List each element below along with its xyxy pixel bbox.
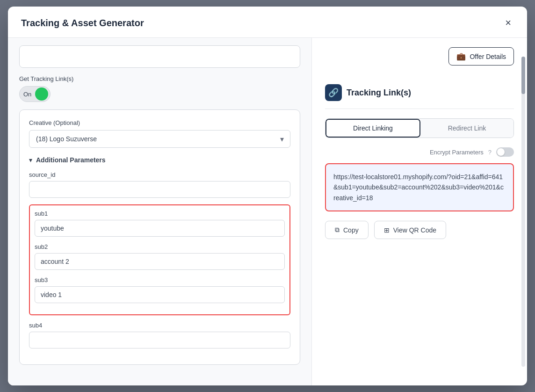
- additional-params-header[interactable]: ▾ Additional Parameters: [29, 156, 290, 164]
- tracking-link-section: Get Tracking Link(s) On: [19, 75, 300, 102]
- source-id-input[interactable]: [29, 181, 290, 198]
- tracking-links-title: Tracking Link(s): [347, 88, 411, 98]
- toggle-on-text: On: [22, 90, 33, 99]
- modal-title: Tracking & Asset Generator: [21, 18, 144, 29]
- sub4-input[interactable]: [29, 332, 290, 348]
- link-icon: 🔗: [325, 84, 342, 101]
- direct-linking-label: Direct Linking: [353, 124, 393, 132]
- offer-details-label: Offer Details: [470, 53, 506, 60]
- left-panel: Get Tracking Link(s) On Creative (Option…: [8, 38, 312, 385]
- param-sub4: sub4: [29, 322, 290, 348]
- toggle-row: On: [19, 86, 300, 102]
- modal-overlay: Tracking & Asset Generator × Get Trackin…: [0, 0, 535, 392]
- sub3-label: sub3: [35, 276, 285, 283]
- tab-direct-linking[interactable]: Direct Linking: [325, 119, 420, 138]
- redirect-link-label: Redirect Link: [448, 124, 486, 132]
- param-source-id: source_id: [29, 171, 290, 198]
- briefcase-icon: 💼: [456, 52, 466, 61]
- sub2-input[interactable]: [35, 253, 285, 270]
- source-id-label: source_id: [29, 171, 290, 178]
- modal: Tracking & Asset Generator × Get Trackin…: [8, 7, 527, 385]
- sub3-input[interactable]: [35, 286, 285, 303]
- param-sub3: sub3: [35, 276, 285, 303]
- chain-icon: 🔗: [328, 87, 339, 98]
- highlighted-params-box: sub1 sub2 sub3: [29, 204, 290, 315]
- copy-icon: ⧉: [335, 226, 340, 234]
- action-row: ⧉ Copy ⊞ View QR Code: [325, 221, 514, 239]
- creative-select[interactable]: (18) Logo Suzuverse (19) Banner Main (20…: [29, 130, 290, 148]
- creative-select-wrapper: (18) Logo Suzuverse (19) Banner Main (20…: [29, 130, 290, 148]
- creative-label: Creative (Optional): [29, 119, 290, 126]
- qr-label: View QR Code: [393, 226, 436, 234]
- tracking-link-label: Get Tracking Link(s): [19, 75, 300, 82]
- param-sub2: sub2: [35, 243, 285, 270]
- offer-details-button[interactable]: 💼 Offer Details: [448, 47, 514, 65]
- url-box: https://test-localstore01.myshopify.com/…: [325, 163, 514, 211]
- tracking-url: https://test-localstore01.myshopify.com/…: [333, 173, 504, 202]
- chevron-down-icon: ▾: [29, 156, 32, 164]
- sub1-input[interactable]: [35, 220, 285, 237]
- tracking-toggle[interactable]: On: [19, 86, 51, 102]
- encrypt-label: Encrypt Parameters: [430, 149, 484, 156]
- right-scrollbar: [521, 57, 525, 367]
- modal-header: Tracking & Asset Generator ×: [8, 7, 527, 38]
- encrypt-row: Encrypt Parameters ?: [325, 147, 514, 157]
- encrypt-toggle[interactable]: [496, 147, 514, 157]
- copy-label: Copy: [343, 226, 359, 234]
- copy-button[interactable]: ⧉ Copy: [325, 221, 369, 239]
- info-icon[interactable]: ?: [488, 149, 492, 156]
- sub4-label: sub4: [29, 322, 290, 329]
- sub2-label: sub2: [35, 243, 285, 250]
- sub1-label: sub1: [35, 210, 285, 217]
- tab-row: Direct Linking Redirect Link: [325, 118, 514, 138]
- view-qr-button[interactable]: ⊞ View QR Code: [374, 221, 446, 239]
- qr-icon: ⊞: [384, 226, 390, 234]
- right-panel: 💼 Offer Details 🔗 Tracking Link(s) Direc…: [312, 38, 527, 385]
- tab-redirect-link[interactable]: Redirect Link: [420, 119, 513, 138]
- tracking-links-header: 🔗 Tracking Link(s): [325, 84, 514, 109]
- close-button[interactable]: ×: [502, 17, 514, 29]
- toggle-circle: [35, 87, 48, 101]
- top-bar-partial: [19, 45, 300, 68]
- param-sub1: sub1: [35, 210, 285, 237]
- additional-params-title: Additional Parameters: [36, 156, 106, 164]
- inner-card: Creative (Optional) (18) Logo Suzuverse …: [19, 109, 300, 365]
- scrollbar-thumb: [521, 57, 525, 94]
- modal-body: Get Tracking Link(s) On Creative (Option…: [8, 38, 527, 385]
